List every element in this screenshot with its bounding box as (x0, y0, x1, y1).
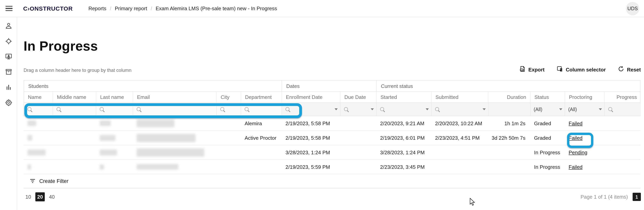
redacted-text (137, 134, 196, 142)
band-dates: Dates (282, 80, 376, 92)
avatar[interactable]: UDS (626, 2, 639, 15)
page-size-20-selected[interactable]: 20 (35, 192, 45, 201)
page-size-40[interactable]: 40 (47, 192, 56, 201)
column-header-submitted[interactable]: Submitted (432, 92, 488, 102)
proctoring-failed-link[interactable]: Failed (568, 164, 582, 170)
cell-department (241, 145, 282, 159)
filter-last-name[interactable] (96, 103, 133, 116)
chevron-down-icon[interactable] (482, 108, 486, 110)
proctoring-failed-link[interactable]: Failed (568, 135, 582, 141)
table-row[interactable]: Active Proctor 2/19/2023, 5:58 PM 2/19/2… (24, 131, 640, 145)
band-students: Students (24, 80, 282, 92)
proctoring-failed-link[interactable]: Failed (568, 120, 582, 126)
sidebar (0, 17, 17, 210)
cell-status: Graded (530, 131, 565, 145)
table-row[interactable]: Alemira 2/19/2023, 5:58 PM 2/20/2023, 9:… (24, 116, 640, 131)
search-icon (27, 106, 32, 112)
cell-status: In Progress (530, 145, 565, 159)
search-icon (285, 106, 290, 112)
table-row[interactable]: 2/19/2023, 5:59 PM 2/23/2023, 3:45 PM In… (24, 160, 640, 174)
filter-enrollment-date[interactable] (282, 103, 340, 116)
column-selector-button[interactable]: Column selector (556, 66, 606, 74)
cell-proctoring: Pending (565, 145, 604, 159)
filter-duration[interactable] (488, 103, 530, 116)
filter-row: (All) (All) (24, 103, 640, 116)
cell-email (133, 116, 216, 130)
cell-progress (604, 116, 640, 130)
chevron-down-icon[interactable] (426, 108, 429, 110)
chevron-down-icon[interactable] (599, 108, 602, 110)
filter-department[interactable] (241, 103, 282, 116)
settings-gear-icon[interactable] (4, 98, 13, 107)
column-header-progress[interactable]: Progress (605, 92, 641, 102)
proctoring-pending-link[interactable]: Pending (568, 149, 587, 155)
cell-name (24, 160, 52, 174)
redacted-text (100, 164, 104, 169)
cell-started: 3/28/2023, 1:24 PM (376, 145, 431, 159)
filter-email[interactable] (133, 103, 217, 116)
cell-due (340, 160, 376, 174)
filter-submitted[interactable] (432, 103, 488, 116)
cell-middle-name (52, 145, 96, 159)
chevron-down-icon[interactable] (371, 108, 374, 110)
filter-city[interactable] (217, 103, 241, 116)
proctoring-monitor-icon[interactable] (4, 52, 13, 61)
breadcrumb-primary-report[interactable]: Primary report (115, 6, 147, 12)
table-row[interactable]: 3/28/2023, 1:24 PM 3/28/2023, 1:24 PM In… (24, 145, 640, 160)
page-size-10[interactable]: 10 (24, 192, 33, 201)
filter-middle-name[interactable] (53, 103, 96, 116)
export-xlsx-icon: XLSX (519, 66, 526, 74)
column-header-started[interactable]: Started (376, 92, 432, 102)
archive-icon[interactable] (4, 67, 13, 76)
proctoring-filter-value: (All) (568, 106, 577, 112)
column-header-name[interactable]: Name (24, 92, 53, 102)
bar-chart-icon[interactable] (4, 82, 13, 92)
page-size-selector: 10 20 40 (24, 192, 56, 201)
report-grid: Students Dates Current status Name Middl… (24, 80, 640, 188)
group-drag-hint: Drag a column header here to group by th… (24, 68, 132, 73)
cell-submitted (431, 160, 488, 174)
column-header-enrollment-date[interactable]: Enrollment Date (282, 92, 340, 102)
filter-started[interactable] (376, 103, 432, 116)
cell-duration: 1h 1m 2s (488, 116, 530, 130)
column-header-due-date[interactable]: Due Date (340, 92, 376, 102)
user-icon[interactable] (4, 21, 13, 30)
filter-progress[interactable] (605, 103, 641, 116)
status-filter-value: (All) (534, 106, 542, 112)
chevron-down-icon[interactable] (334, 108, 338, 110)
breadcrumb-current-page: Exam Alemira LMS (Pre-sale team) new - I… (156, 6, 277, 12)
redacted-text (100, 135, 116, 141)
search-icon (99, 106, 105, 112)
column-header-duration[interactable]: Duration (488, 92, 530, 102)
reset-button[interactable]: Reset (618, 66, 641, 74)
band-header-row: Students Dates Current status (24, 80, 640, 92)
filter-proctoring-dropdown[interactable]: (All) (565, 103, 605, 116)
filter-name[interactable] (24, 103, 53, 116)
hamburger-menu-icon[interactable] (6, 6, 12, 11)
filter-status-dropdown[interactable]: (All) (530, 103, 565, 116)
target-icon[interactable] (4, 36, 13, 46)
column-header-city[interactable]: City (217, 92, 241, 102)
filter-due-date[interactable] (340, 103, 376, 116)
column-header-status[interactable]: Status (530, 92, 565, 102)
column-header-middle-name[interactable]: Middle name (53, 92, 96, 102)
breadcrumb-reports[interactable]: Reports (88, 6, 106, 12)
search-icon (244, 106, 250, 112)
cell-duration: 3d 22h 50m 7s (488, 131, 530, 145)
redacted-text (28, 164, 31, 169)
page-1-button[interactable]: 1 (632, 193, 641, 201)
column-header-email[interactable]: Email (133, 92, 217, 102)
column-header-proctoring[interactable]: Proctoring (565, 92, 605, 102)
column-header-last-name[interactable]: Last name (96, 92, 133, 102)
search-icon (56, 106, 62, 112)
cell-started: 2/23/2023, 3:45 PM (376, 160, 431, 174)
chevron-down-icon[interactable] (559, 108, 562, 110)
column-header-department[interactable]: Department (241, 92, 282, 102)
create-filter-button[interactable]: Create Filter (24, 174, 640, 188)
column-selector-label: Column selector (566, 66, 606, 72)
cell-submitted (431, 145, 488, 159)
cell-started: 2/19/2023, 6:01 PM (376, 131, 431, 145)
cell-middle-name (52, 116, 96, 130)
export-button[interactable]: XLSX Export (519, 66, 544, 74)
export-label: Export (528, 66, 544, 72)
